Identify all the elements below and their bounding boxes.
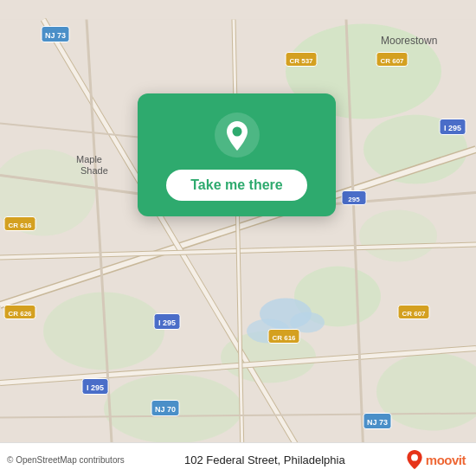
- svg-text:CR 607: CR 607: [402, 310, 426, 318]
- osm-attribution: © OpenStreetMap contributors: [7, 455, 125, 465]
- svg-text:CR 626: CR 626: [8, 310, 32, 318]
- map-container: NJ 73 CR 537 CR 607 I 295 CR 616 295 CR …: [0, 0, 476, 476]
- take-me-there-button[interactable]: Take me there: [166, 170, 306, 201]
- svg-text:CR 537: CR 537: [289, 57, 313, 65]
- svg-text:NJ 73: NJ 73: [45, 31, 66, 40]
- popup-card: Take me there: [138, 93, 336, 216]
- svg-text:I 295: I 295: [158, 318, 176, 327]
- svg-text:NJ 73: NJ 73: [367, 418, 388, 427]
- svg-text:Maple: Maple: [76, 154, 102, 164]
- address-label: 102 Federal Street, Philadelphia: [125, 453, 405, 466]
- location-pin-icon: [215, 113, 260, 158]
- svg-text:CR 607: CR 607: [380, 57, 404, 65]
- moovit-text: moovit: [426, 453, 466, 467]
- svg-text:CR 616: CR 616: [8, 222, 32, 229]
- svg-text:NJ 70: NJ 70: [155, 405, 176, 414]
- svg-text:I 295: I 295: [444, 124, 461, 132]
- svg-text:Shade: Shade: [80, 165, 108, 176]
- svg-point-60: [411, 454, 418, 461]
- svg-point-9: [359, 210, 437, 262]
- moovit-logo: moovit: [405, 450, 466, 469]
- moovit-pin-icon: [405, 450, 424, 469]
- bottom-bar: © OpenStreetMap contributors 102 Federal…: [0, 442, 476, 476]
- svg-text:Moorestown: Moorestown: [381, 35, 437, 47]
- svg-text:295: 295: [348, 196, 360, 203]
- svg-text:I 295: I 295: [87, 383, 104, 392]
- map-background: NJ 73 CR 537 CR 607 I 295 CR 616 295 CR …: [0, 0, 476, 476]
- svg-text:CR 616: CR 616: [272, 334, 296, 342]
- svg-point-59: [232, 127, 241, 137]
